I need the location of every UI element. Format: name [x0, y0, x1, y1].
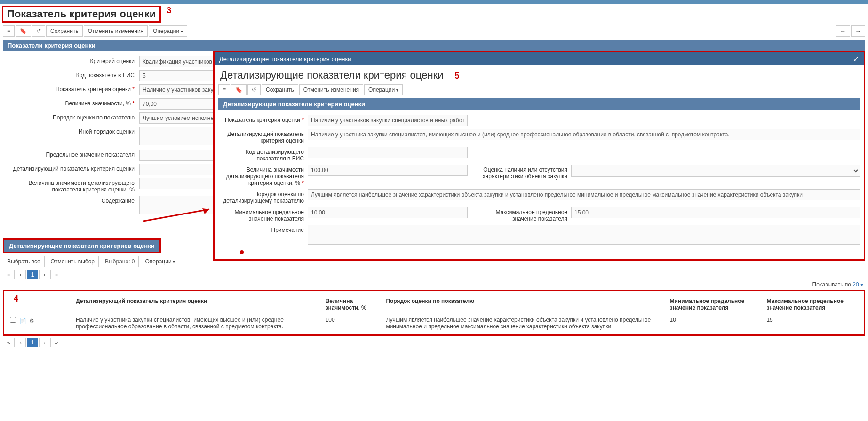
m-order-label: Порядок оценки по детализирующему показа…: [218, 189, 308, 204]
pager-page-1[interactable]: 1: [27, 270, 39, 279]
m-max-label: Максимальное предельное значение показат…: [482, 207, 571, 222]
select-all-button[interactable]: Выбрать все: [3, 256, 45, 267]
menu-icon[interactable]: ≡: [3, 25, 15, 37]
detail-modal: Детализирующие показатели критерия оценк…: [213, 51, 865, 261]
modal-save-button[interactable]: Сохранить: [262, 84, 298, 95]
m-note-label: Примечание: [218, 225, 308, 233]
cell-min: 10: [666, 314, 763, 333]
modal-section-header: Детализирующие показатели критерия оценк…: [218, 98, 860, 110]
top-bar: [0, 0, 868, 4]
pager-first[interactable]: «: [3, 270, 15, 279]
col-order: Порядок оценки по показателю: [382, 295, 666, 314]
detail-sig-input[interactable]: [139, 178, 219, 189]
pager-next-b[interactable]: ›: [39, 338, 49, 347]
m-code-input[interactable]: [308, 147, 468, 158]
annotation-4: 4: [14, 294, 18, 304]
modal-title: Детализирующие показатели критерия оценк…: [215, 65, 449, 83]
m-sig-input[interactable]: [308, 165, 468, 176]
m-eval-label: Оценка наличия или отсутствия характерис…: [482, 165, 571, 180]
selection-count: Выбрано: 0: [101, 256, 139, 267]
edit-icon[interactable]: 📄: [19, 318, 26, 324]
detail-label: Детализирующий показатель критерия оценк…: [3, 164, 139, 172]
col-detail: Детализирующий показатель критерия оценк…: [72, 295, 322, 314]
pager-top: « ‹ 1 › »: [3, 270, 865, 279]
modal-header-title: Детализирующие показатели критерия оценк…: [219, 56, 351, 63]
order-label: Порядок оценки по показателю: [3, 112, 139, 121]
annotation-5: 5: [455, 71, 460, 81]
m-eval-select[interactable]: [571, 165, 860, 177]
m-indicator-label: Показатель критерия оценки *: [218, 115, 308, 123]
m-min-input[interactable]: [308, 207, 468, 218]
nav-prev-button[interactable]: ←: [836, 25, 850, 37]
m-note-input[interactable]: [308, 225, 860, 245]
show-by-link[interactable]: 20 ▾: [852, 281, 863, 288]
show-by: Показывать по 20 ▾: [0, 281, 863, 288]
modal-menu-icon[interactable]: ≡: [218, 84, 230, 95]
indicator-label: Показатель критерия оценки *: [3, 84, 139, 93]
section2-header: Детализирующие показатели критериев оцен…: [3, 238, 161, 253]
table-row[interactable]: 📄 ⚙ Наличие у участника закупки специали…: [6, 314, 862, 333]
m-detail-label: Детализирующий показатель критерия оценк…: [218, 129, 308, 144]
modal-cancel-button[interactable]: Отменить изменения: [299, 84, 363, 95]
m-order-input[interactable]: [308, 189, 860, 200]
detail-sig-label: Величина значимости детализирующего пока…: [3, 178, 139, 193]
cancel-button[interactable]: Отменить изменения: [84, 25, 148, 37]
pager-first-b[interactable]: «: [3, 338, 15, 347]
significance-label: Величина значимости, % *: [3, 98, 139, 107]
page-title: Показатель критерия оценки: [7, 8, 156, 20]
red-dot-icon: [240, 250, 244, 254]
section2-operations-dropdown[interactable]: Операции: [141, 256, 179, 267]
limit-label: Предельное значение показателя: [3, 150, 139, 158]
order-input[interactable]: [139, 112, 219, 124]
cell-detail: Наличие у участника закупки специалистов…: [72, 314, 322, 333]
content-label: Содержание: [3, 196, 139, 204]
indicator-input[interactable]: [139, 84, 219, 95]
cell-significance: 100: [322, 314, 382, 333]
code-label: Код показателя в ЕИС: [3, 70, 139, 79]
save-button[interactable]: Сохранить: [46, 25, 83, 37]
significance-input[interactable]: [139, 98, 219, 110]
pager-last[interactable]: »: [50, 270, 62, 279]
pager-prev[interactable]: ‹: [16, 270, 26, 279]
modal-toolbar: ≡ 🔖 ↺ Сохранить Отменить изменения Опера…: [215, 83, 864, 98]
detail-input[interactable]: [139, 164, 219, 175]
criterion-label: Критерий оценки: [3, 56, 139, 64]
modal-tag-icon[interactable]: 🔖: [231, 84, 247, 95]
pager-prev-b[interactable]: ‹: [16, 338, 26, 347]
nav-next-button[interactable]: →: [851, 25, 865, 37]
page-title-box: Показатель критерия оценки: [2, 6, 161, 23]
modal-form: Показатель критерия оценки * Детализирую…: [215, 110, 864, 259]
modal-header[interactable]: Детализирующие показатели критерия оценк…: [215, 52, 864, 65]
code-input[interactable]: [139, 70, 219, 81]
details-table: Детализирующий показатель критерия оценк…: [6, 295, 862, 333]
other-order-label: Иной порядок оценки: [3, 127, 139, 135]
col-min: Минимальное предельное значение показате…: [666, 295, 763, 314]
cell-order: Лучшим является наибольшее значение хара…: [382, 314, 666, 333]
pager-last-b[interactable]: »: [50, 338, 62, 347]
modal-history-icon[interactable]: ↺: [247, 84, 261, 95]
gear-icon[interactable]: ⚙: [29, 318, 34, 324]
m-detail-input[interactable]: [308, 129, 860, 140]
section1-header: Показатели критерия оценки: [3, 40, 865, 51]
m-indicator-input[interactable]: [308, 115, 468, 126]
m-min-label: Минимальное предельное значение показате…: [218, 207, 308, 222]
col-max: Максимальное предельное значение показат…: [763, 295, 862, 314]
history-icon[interactable]: ↺: [32, 25, 45, 37]
tag-icon[interactable]: 🔖: [16, 25, 31, 37]
m-code-label: Код детализирующего показателя в ЕИС: [218, 147, 308, 162]
m-sig-label: Величина значимости детализирующего пока…: [218, 165, 308, 186]
expand-icon[interactable]: ⤢: [853, 55, 859, 63]
cell-max: 15: [763, 314, 862, 333]
pager-bottom: « ‹ 1 › »: [3, 338, 865, 347]
pager-next[interactable]: ›: [39, 270, 49, 279]
annotation-3: 3: [167, 6, 171, 16]
clear-selection-button[interactable]: Отменить выбор: [47, 256, 99, 267]
operations-dropdown[interactable]: Операции: [149, 25, 187, 37]
col-significance: Величина значимости, %: [322, 295, 382, 314]
modal-operations-dropdown[interactable]: Операции: [364, 84, 403, 95]
limit-input[interactable]: [139, 150, 219, 161]
main-toolbar: ≡ 🔖 ↺ Сохранить Отменить изменения Опера…: [3, 25, 865, 37]
pager-page-1-b[interactable]: 1: [27, 338, 39, 347]
row-checkbox[interactable]: [10, 317, 16, 323]
m-max-input[interactable]: [571, 207, 860, 218]
